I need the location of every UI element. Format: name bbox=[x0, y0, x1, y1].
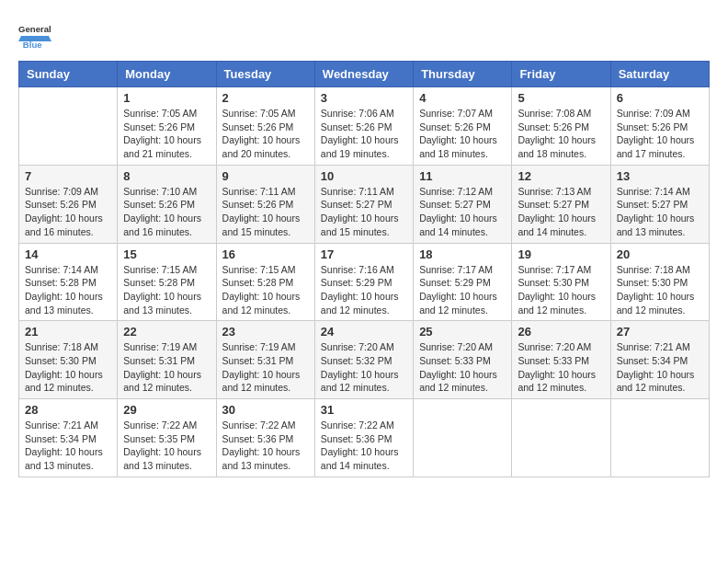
daylight: Daylight: 10 hours and 16 minutes. bbox=[25, 213, 103, 237]
svg-text:Blue: Blue bbox=[23, 40, 42, 50]
day-number: 27 bbox=[617, 325, 703, 339]
day-detail: Sunrise: 7:14 AM Sunset: 5:27 PM Dayligh… bbox=[617, 185, 703, 239]
sunset: Sunset: 5:26 PM bbox=[617, 121, 688, 132]
day-detail: Sunrise: 7:07 AM Sunset: 5:26 PM Dayligh… bbox=[419, 107, 506, 161]
calendar-cell: 28 Sunrise: 7:21 AM Sunset: 5:34 PM Dayl… bbox=[19, 399, 118, 477]
sunset: Sunset: 5:33 PM bbox=[419, 355, 491, 366]
daylight: Daylight: 10 hours and 12 minutes. bbox=[25, 369, 103, 394]
sunset: Sunset: 5:36 PM bbox=[222, 433, 294, 444]
sunset: Sunset: 5:27 PM bbox=[321, 199, 392, 210]
day-detail: Sunrise: 7:18 AM Sunset: 5:30 PM Dayligh… bbox=[25, 340, 111, 395]
sunrise: Sunrise: 7:11 AM bbox=[222, 186, 296, 197]
calendar-cell: 14 Sunrise: 7:14 AM Sunset: 5:28 PM Dayl… bbox=[19, 243, 118, 321]
day-number: 24 bbox=[321, 325, 407, 339]
calendar-cell: 30 Sunrise: 7:22 AM Sunset: 5:36 PM Dayl… bbox=[216, 399, 314, 477]
calendar-cell: 2 Sunrise: 7:05 AM Sunset: 5:26 PM Dayli… bbox=[216, 87, 314, 166]
sunrise: Sunrise: 7:17 AM bbox=[419, 264, 493, 275]
daylight: Daylight: 10 hours and 20 minutes. bbox=[222, 134, 301, 159]
sunrise: Sunrise: 7:12 AM bbox=[419, 186, 493, 197]
day-number: 30 bbox=[222, 403, 309, 417]
day-detail: Sunrise: 7:21 AM Sunset: 5:34 PM Dayligh… bbox=[617, 340, 703, 395]
day-number: 14 bbox=[25, 247, 111, 261]
sunrise: Sunrise: 7:19 AM bbox=[123, 341, 197, 352]
sunset: Sunset: 5:26 PM bbox=[321, 121, 392, 132]
day-detail: Sunrise: 7:21 AM Sunset: 5:34 PM Dayligh… bbox=[25, 419, 111, 473]
sunrise: Sunrise: 7:20 AM bbox=[419, 341, 493, 352]
daylight: Daylight: 10 hours and 12 minutes. bbox=[222, 369, 301, 394]
day-detail: Sunrise: 7:22 AM Sunset: 5:36 PM Dayligh… bbox=[321, 419, 407, 473]
sunrise: Sunrise: 7:18 AM bbox=[25, 341, 98, 352]
sunrise: Sunrise: 7:07 AM bbox=[419, 108, 493, 119]
day-detail: Sunrise: 7:22 AM Sunset: 5:36 PM Dayligh… bbox=[222, 419, 309, 473]
sunset: Sunset: 5:28 PM bbox=[123, 277, 195, 288]
day-detail: Sunrise: 7:20 AM Sunset: 5:32 PM Dayligh… bbox=[321, 340, 407, 395]
calendar-cell: 12 Sunrise: 7:13 AM Sunset: 5:27 PM Dayl… bbox=[512, 165, 610, 243]
calendar-cell: 24 Sunrise: 7:20 AM Sunset: 5:32 PM Dayl… bbox=[314, 321, 413, 399]
sunrise: Sunrise: 7:21 AM bbox=[617, 341, 690, 352]
day-detail: Sunrise: 7:05 AM Sunset: 5:26 PM Dayligh… bbox=[222, 107, 309, 161]
day-detail: Sunrise: 7:15 AM Sunset: 5:28 PM Dayligh… bbox=[123, 263, 210, 317]
day-number: 10 bbox=[321, 169, 407, 183]
calendar-cell: 15 Sunrise: 7:15 AM Sunset: 5:28 PM Dayl… bbox=[118, 243, 216, 321]
header: General Blue bbox=[18, 18, 710, 52]
sunrise: Sunrise: 7:18 AM bbox=[617, 264, 690, 275]
day-number: 9 bbox=[222, 169, 309, 183]
day-number: 2 bbox=[222, 91, 309, 105]
calendar-cell: 1 Sunrise: 7:05 AM Sunset: 5:26 PM Dayli… bbox=[118, 87, 216, 166]
daylight: Daylight: 10 hours and 13 minutes. bbox=[222, 446, 301, 471]
calendar-cell: 5 Sunrise: 7:08 AM Sunset: 5:26 PM Dayli… bbox=[512, 87, 610, 166]
sunrise: Sunrise: 7:11 AM bbox=[321, 186, 394, 197]
day-number: 11 bbox=[419, 169, 506, 183]
day-number: 7 bbox=[25, 169, 111, 183]
daylight: Daylight: 10 hours and 18 minutes. bbox=[419, 134, 497, 159]
sunrise: Sunrise: 7:09 AM bbox=[617, 108, 690, 119]
day-number: 26 bbox=[518, 325, 604, 339]
day-number: 16 bbox=[222, 247, 309, 261]
logo: General Blue bbox=[18, 18, 51, 52]
calendar-cell: 25 Sunrise: 7:20 AM Sunset: 5:33 PM Dayl… bbox=[414, 321, 512, 399]
daylight: Daylight: 10 hours and 15 minutes. bbox=[222, 213, 301, 237]
sunrise: Sunrise: 7:08 AM bbox=[518, 108, 591, 119]
day-detail: Sunrise: 7:15 AM Sunset: 5:28 PM Dayligh… bbox=[222, 263, 309, 317]
daylight: Daylight: 10 hours and 13 minutes. bbox=[123, 446, 201, 471]
daylight: Daylight: 10 hours and 21 minutes. bbox=[123, 134, 201, 159]
sunrise: Sunrise: 7:20 AM bbox=[518, 341, 591, 352]
sunset: Sunset: 5:30 PM bbox=[25, 355, 97, 366]
calendar-cell bbox=[512, 399, 610, 477]
day-number: 25 bbox=[419, 325, 506, 339]
day-number: 6 bbox=[617, 91, 703, 105]
day-number: 12 bbox=[518, 169, 604, 183]
weekday-header: Wednesday bbox=[314, 62, 413, 87]
sunrise: Sunrise: 7:17 AM bbox=[518, 264, 591, 275]
day-detail: Sunrise: 7:20 AM Sunset: 5:33 PM Dayligh… bbox=[419, 340, 506, 395]
calendar-cell: 9 Sunrise: 7:11 AM Sunset: 5:26 PM Dayli… bbox=[216, 165, 314, 243]
day-detail: Sunrise: 7:19 AM Sunset: 5:31 PM Dayligh… bbox=[222, 340, 309, 395]
calendar-cell: 26 Sunrise: 7:20 AM Sunset: 5:33 PM Dayl… bbox=[512, 321, 610, 399]
sunrise: Sunrise: 7:06 AM bbox=[321, 108, 394, 119]
svg-text:General: General bbox=[18, 24, 51, 34]
sunset: Sunset: 5:32 PM bbox=[321, 355, 392, 366]
weekday-header: Sunday bbox=[19, 62, 118, 87]
day-number: 1 bbox=[123, 91, 210, 105]
sunrise: Sunrise: 7:15 AM bbox=[123, 264, 197, 275]
sunrise: Sunrise: 7:16 AM bbox=[321, 264, 394, 275]
calendar-cell: 13 Sunrise: 7:14 AM Sunset: 5:27 PM Dayl… bbox=[610, 165, 709, 243]
sunset: Sunset: 5:26 PM bbox=[419, 121, 491, 132]
sunset: Sunset: 5:30 PM bbox=[518, 277, 589, 288]
day-detail: Sunrise: 7:12 AM Sunset: 5:27 PM Dayligh… bbox=[419, 185, 506, 239]
sunset: Sunset: 5:34 PM bbox=[25, 433, 97, 444]
daylight: Daylight: 10 hours and 15 minutes. bbox=[321, 213, 399, 237]
sunset: Sunset: 5:26 PM bbox=[25, 199, 97, 210]
calendar-cell: 16 Sunrise: 7:15 AM Sunset: 5:28 PM Dayl… bbox=[216, 243, 314, 321]
day-number: 20 bbox=[617, 247, 703, 261]
sunrise: Sunrise: 7:22 AM bbox=[321, 419, 394, 431]
calendar-cell: 23 Sunrise: 7:19 AM Sunset: 5:31 PM Dayl… bbox=[216, 321, 314, 399]
sunset: Sunset: 5:28 PM bbox=[222, 277, 294, 288]
daylight: Daylight: 10 hours and 16 minutes. bbox=[123, 213, 201, 237]
calendar-cell: 18 Sunrise: 7:17 AM Sunset: 5:29 PM Dayl… bbox=[414, 243, 512, 321]
day-detail: Sunrise: 7:10 AM Sunset: 5:26 PM Dayligh… bbox=[123, 185, 210, 239]
daylight: Daylight: 10 hours and 14 minutes. bbox=[518, 213, 596, 237]
weekday-header: Thursday bbox=[414, 62, 512, 87]
calendar-cell: 8 Sunrise: 7:10 AM Sunset: 5:26 PM Dayli… bbox=[118, 165, 216, 243]
calendar-cell: 11 Sunrise: 7:12 AM Sunset: 5:27 PM Dayl… bbox=[414, 165, 512, 243]
